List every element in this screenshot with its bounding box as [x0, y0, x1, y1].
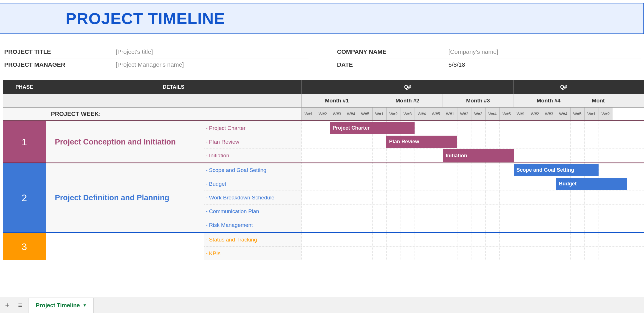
week-header: W#2 — [599, 108, 613, 120]
task-label[interactable]: - Risk Management — [204, 218, 301, 232]
month-header: Month #2 — [372, 94, 443, 107]
week-header: W#1 — [301, 108, 316, 120]
gantt-weeks-row: PROJECT WEEK: W#1W#2W#3W#4W#5W#1W#2W#3W#… — [3, 108, 644, 120]
month-header: Month #3 — [443, 94, 513, 107]
task-label[interactable]: - Initiation — [204, 149, 301, 163]
phase-bars: Project CharterPlan ReviewInitiation — [301, 121, 644, 163]
task-label[interactable]: - Project Charter — [204, 121, 301, 135]
gantt-bar[interactable]: Budget — [556, 178, 627, 190]
gantt-months-row: Month #1Month #2Month #3Month #4Mont — [3, 94, 644, 108]
phase-bars — [301, 233, 644, 260]
header-details: DETAILS — [46, 84, 301, 90]
gantt-bar[interactable]: Project Charter — [330, 122, 415, 134]
week-header: W#4 — [485, 108, 500, 120]
meta-label: PROJECT MANAGER — [4, 61, 116, 68]
phase-tasks: - Status and Tracking- KPIs — [204, 233, 301, 260]
gantt-bar[interactable]: Plan Review — [386, 136, 457, 148]
meta-label: COMPANY NAME — [337, 48, 449, 55]
project-week-label: PROJECT WEEK: — [3, 108, 301, 120]
week-header: W#5 — [429, 108, 443, 120]
week-header: W#1 — [372, 108, 387, 120]
meta-value[interactable]: [Project's title] — [116, 48, 153, 55]
meta-label: DATE — [337, 61, 449, 68]
gantt-chart: PHASE DETAILS Q# Q# Month #1Month #2Mont… — [3, 80, 644, 260]
bar-row: Initiation — [301, 149, 644, 163]
phase-number: 1 — [3, 121, 46, 163]
meta-label: PROJECT TITLE — [4, 48, 116, 55]
week-header: W#2 — [386, 108, 401, 120]
task-label[interactable]: - Work Breakdown Schedule — [204, 191, 301, 205]
bar-row — [301, 191, 644, 205]
page-title: PROJECT TIMELINE — [66, 9, 641, 28]
phase-name: Project Definition and Planning — [46, 163, 204, 232]
phase-tasks: - Project Charter- Plan Review- Initiati… — [204, 121, 301, 163]
meta-value[interactable]: [Project Manager's name] — [116, 61, 184, 68]
meta-row[interactable]: COMPANY NAME[Company's name] — [337, 45, 641, 58]
week-header: W#1 — [584, 108, 599, 120]
gantt-bar[interactable]: Initiation — [443, 149, 514, 162]
month-header: Month #1 — [301, 94, 372, 107]
meta-row[interactable]: PROJECT TITLE[Project's title] — [4, 45, 309, 58]
task-label[interactable]: - Scope and Goal Setting — [204, 163, 301, 177]
week-header: W#5 — [570, 108, 585, 120]
bar-row — [301, 218, 644, 232]
phase-number: 3 — [3, 233, 46, 260]
phase-row: 3Project Launch & Execution- Status and … — [3, 233, 644, 260]
task-label[interactable]: - Plan Review — [204, 135, 301, 149]
task-label[interactable]: - KPIs — [204, 247, 301, 260]
gantt-header-row: PHASE DETAILS Q# Q# — [3, 80, 644, 94]
week-header: W#1 — [514, 108, 528, 120]
week-header: W#2 — [528, 108, 542, 120]
gantt-bar[interactable]: Scope and Goal Setting — [514, 164, 599, 176]
task-label[interactable]: - Budget — [204, 177, 301, 191]
month-header: Mont — [584, 94, 613, 107]
header-quarter-2: Q# — [513, 80, 613, 94]
week-header: W#2 — [457, 108, 471, 120]
week-header: W#4 — [344, 108, 358, 120]
week-header: W#3 — [401, 108, 415, 120]
phase-name: Project Conception and Initiation — [46, 121, 204, 163]
week-header: W#4 — [556, 108, 570, 120]
meta-row[interactable]: PROJECT MANAGER[Project Manager's name] — [4, 58, 309, 71]
meta-row[interactable]: DATE5/8/18 — [337, 58, 641, 71]
meta-value[interactable]: 5/8/18 — [449, 61, 465, 68]
meta-value[interactable]: [Company's name] — [449, 48, 498, 55]
task-label[interactable]: - Communication Plan — [204, 205, 301, 218]
meta-right-column: COMPANY NAME[Company's name]DATE5/8/18 — [337, 45, 641, 71]
week-header: W#1 — [443, 108, 457, 120]
meta-fields: PROJECT TITLE[Project's title]PROJECT MA… — [0, 34, 644, 80]
phase-row: 2Project Definition and Planning- Scope … — [3, 163, 644, 233]
week-header: W#4 — [415, 108, 429, 120]
task-label[interactable]: - Status and Tracking — [204, 233, 301, 247]
bar-row: Scope and Goal Setting — [301, 163, 644, 177]
week-header: W#3 — [542, 108, 556, 120]
phase-bars: Scope and Goal SettingBudget — [301, 163, 644, 232]
meta-left-column: PROJECT TITLE[Project's title]PROJECT MA… — [4, 45, 309, 71]
week-header: W#3 — [471, 108, 485, 120]
bar-row — [301, 247, 644, 260]
week-header: W#5 — [499, 108, 514, 120]
bar-row: Plan Review — [301, 135, 644, 149]
phase-number: 2 — [3, 163, 46, 232]
week-header: W#2 — [316, 108, 330, 120]
phase-tasks: - Scope and Goal Setting- Budget- Work B… — [204, 163, 301, 232]
bar-row: Project Charter — [301, 121, 644, 135]
week-header: W#3 — [330, 108, 344, 120]
bar-row — [301, 205, 644, 218]
week-header: W#5 — [358, 108, 372, 120]
bar-row: Budget — [301, 177, 644, 191]
bar-row — [301, 233, 644, 247]
title-bar: PROJECT TIMELINE — [0, 3, 644, 34]
header-phase: PHASE — [3, 84, 46, 90]
month-header: Month #4 — [513, 94, 584, 107]
phase-row: 1Project Conception and Initiation- Proj… — [3, 120, 644, 163]
phase-name: Project Launch & Execution — [46, 233, 204, 260]
header-quarter-1: Q# — [301, 80, 513, 94]
